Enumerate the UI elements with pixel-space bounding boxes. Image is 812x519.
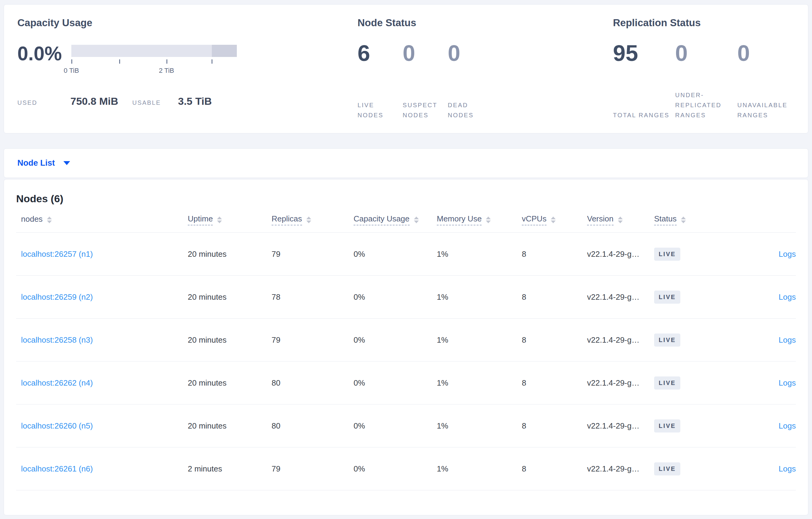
capacity-usage-cell: 0% bbox=[354, 378, 437, 388]
status-badge: LIVE bbox=[654, 376, 680, 390]
version-cell: v22.1.4-29-g… bbox=[587, 249, 654, 259]
capacity-usage-cell: 0% bbox=[354, 293, 437, 302]
used-label: USED bbox=[18, 99, 70, 106]
replicas-cell: 80 bbox=[271, 378, 354, 388]
table-row: localhost:26258 (n3) 20 minutes 79 0% 1%… bbox=[16, 318, 796, 362]
node-link[interactable]: localhost:26260 (n5) bbox=[21, 421, 93, 430]
cluster-summary-card: Capacity Usage 0.0% 0 TiB 2 TiB bbox=[4, 4, 808, 133]
replication-status-section: Replication Status 95 TOTAL RANGES 0 UND… bbox=[613, 17, 808, 120]
version-cell: v22.1.4-29-g… bbox=[587, 293, 654, 302]
column-header[interactable]: vCPUs bbox=[522, 214, 587, 225]
status-badge: LIVE bbox=[654, 334, 680, 346]
column-header-label: Uptime bbox=[188, 214, 213, 225]
column-header[interactable]: Memory Use bbox=[437, 214, 522, 225]
capacity-usage-title: Capacity Usage bbox=[18, 17, 341, 29]
column-header-label: Memory Use bbox=[437, 214, 482, 225]
capacity-usage-section: Capacity Usage 0.0% 0 TiB 2 TiB bbox=[18, 17, 341, 107]
unavailable-ranges-stat: 0 UNAVAILABLE RANGES bbox=[737, 41, 800, 120]
logs-link[interactable]: Logs bbox=[779, 335, 796, 345]
view-selector-card: Node List bbox=[4, 148, 808, 178]
node-status-section: Node Status 6 LIVE NODES 0 SUSPECT NODES… bbox=[357, 17, 601, 120]
uptime-cell: 2 minutes bbox=[188, 464, 271, 474]
sort-arrows-icon bbox=[306, 217, 311, 223]
capacity-percent: 0.0% bbox=[18, 43, 71, 64]
memory-use-cell: 1% bbox=[437, 421, 522, 431]
node-link[interactable]: localhost:26257 (n1) bbox=[21, 249, 93, 258]
sort-arrows-icon bbox=[681, 217, 686, 223]
vcpus-cell: 8 bbox=[522, 249, 587, 259]
axis-tick bbox=[211, 59, 212, 64]
under-replicated-ranges-stat: 0 UNDER-REPLICATED RANGES bbox=[675, 41, 737, 120]
sort-arrows-icon bbox=[217, 217, 222, 223]
usable-value: 3.5 TiB bbox=[178, 95, 212, 107]
uptime-cell: 20 minutes bbox=[188, 421, 271, 431]
column-header-label: Version bbox=[587, 214, 614, 225]
nodes-table-card: Nodes (6) nodes Uptime Replicas Capacity… bbox=[4, 179, 808, 515]
status-badge: LIVE bbox=[654, 248, 680, 261]
memory-use-cell: 1% bbox=[437, 464, 522, 474]
status-badge: LIVE bbox=[654, 462, 680, 476]
column-header[interactable]: nodes bbox=[16, 214, 188, 225]
dead-nodes-label: DEAD NODES bbox=[448, 100, 493, 120]
status-badge: LIVE bbox=[654, 291, 680, 304]
replication-status-title: Replication Status bbox=[613, 17, 808, 29]
capacity-usage-cell: 0% bbox=[354, 464, 437, 474]
replicas-cell: 80 bbox=[271, 421, 354, 431]
unavailable-ranges-label: UNAVAILABLE RANGES bbox=[737, 100, 798, 120]
column-header[interactable]: Capacity Usage bbox=[354, 214, 437, 225]
capacity-usage-cell: 0% bbox=[354, 249, 437, 259]
sort-arrows-icon bbox=[551, 217, 556, 223]
column-header[interactable]: Replicas bbox=[271, 214, 354, 225]
memory-use-cell: 1% bbox=[437, 378, 522, 388]
total-ranges-label: TOTAL RANGES bbox=[613, 110, 674, 120]
node-list-dropdown[interactable]: Node List bbox=[18, 158, 70, 168]
column-header-label: Capacity Usage bbox=[354, 214, 410, 225]
vcpus-cell: 8 bbox=[522, 464, 587, 474]
column-header[interactable]: Uptime bbox=[188, 214, 271, 225]
memory-use-cell: 1% bbox=[437, 335, 522, 345]
suspect-nodes-stat: 0 SUSPECT NODES bbox=[403, 41, 448, 120]
column-header[interactable]: Version bbox=[587, 214, 654, 225]
dead-nodes-value: 0 bbox=[448, 41, 493, 65]
live-nodes-label: LIVE NODES bbox=[357, 100, 403, 120]
column-header-label: nodes bbox=[21, 214, 43, 225]
replicas-cell: 79 bbox=[271, 335, 354, 345]
node-link[interactable]: localhost:26261 (n6) bbox=[21, 464, 93, 473]
node-link[interactable]: localhost:26262 (n4) bbox=[21, 378, 93, 388]
logs-link[interactable]: Logs bbox=[779, 249, 796, 259]
vcpus-cell: 8 bbox=[522, 335, 587, 345]
axis-tick bbox=[119, 59, 120, 64]
node-list-dropdown-label: Node List bbox=[18, 158, 55, 168]
node-status-title: Node Status bbox=[357, 17, 601, 29]
logs-link[interactable]: Logs bbox=[779, 293, 796, 302]
table-header-row: nodes Uptime Replicas Capacity Usage Mem… bbox=[16, 207, 796, 233]
axis-tick-label: 0 TiB bbox=[64, 67, 79, 74]
vcpus-cell: 8 bbox=[522, 293, 587, 302]
table-body: localhost:26257 (n1) 20 minutes 79 0% 1%… bbox=[16, 233, 796, 490]
node-link[interactable]: localhost:26259 (n2) bbox=[21, 293, 93, 302]
node-link[interactable]: localhost:26258 (n3) bbox=[21, 335, 93, 344]
table-row: localhost:26259 (n2) 20 minutes 78 0% 1%… bbox=[16, 276, 796, 318]
under-replicated-ranges-label: UNDER-REPLICATED RANGES bbox=[675, 90, 736, 120]
nodes-section-title: Nodes (6) bbox=[16, 193, 796, 205]
vcpus-cell: 8 bbox=[522, 421, 587, 431]
version-cell: v22.1.4-29-g… bbox=[587, 335, 654, 345]
replicas-cell: 78 bbox=[271, 293, 354, 302]
usable-label: USABLE bbox=[132, 99, 178, 106]
logs-link[interactable]: Logs bbox=[779, 378, 796, 388]
replicas-cell: 79 bbox=[271, 249, 354, 259]
axis-tick bbox=[167, 59, 167, 64]
uptime-cell: 20 minutes bbox=[188, 249, 271, 259]
axis-tick-label: 2 TiB bbox=[159, 67, 174, 74]
total-ranges-value: 95 bbox=[613, 41, 675, 65]
logs-link[interactable]: Logs bbox=[779, 464, 796, 474]
version-cell: v22.1.4-29-g… bbox=[587, 464, 654, 474]
column-header[interactable]: Status bbox=[654, 214, 720, 225]
uptime-cell: 20 minutes bbox=[188, 378, 271, 388]
table-row: localhost:26262 (n4) 20 minutes 80 0% 1%… bbox=[16, 362, 796, 404]
table-row: localhost:26257 (n1) 20 minutes 79 0% 1%… bbox=[16, 233, 796, 276]
sort-arrows-icon bbox=[414, 217, 419, 223]
under-replicated-ranges-value: 0 bbox=[675, 41, 737, 65]
capacity-usage-bar: 0 TiB 2 TiB bbox=[71, 45, 237, 75]
logs-link[interactable]: Logs bbox=[779, 421, 796, 431]
